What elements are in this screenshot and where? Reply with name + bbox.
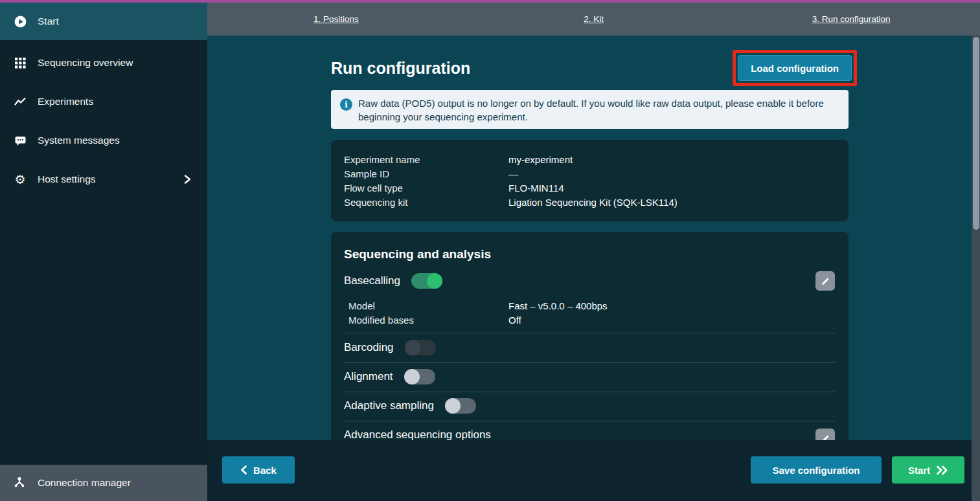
double-chevron-right-icon: [936, 465, 948, 475]
sidebar-item-label: Connection manager: [38, 477, 131, 489]
basecalling-detail-row: Modified basesOff: [348, 313, 836, 328]
detail-label: Sequencing kit: [344, 195, 508, 210]
sidebar-item-sequencing-overview[interactable]: Sequencing overview: [0, 47, 207, 78]
sidebar-item-label: Start: [38, 16, 59, 27]
sidebar: Start Sequencing overview Experiments: [0, 3, 207, 501]
minknow-app: 1. Positions 2. Kit 3. Run configuration…: [0, 0, 980, 501]
divider: [344, 333, 836, 333]
scrollbar-track[interactable]: [972, 36, 980, 501]
chevron-right-icon: [183, 174, 192, 187]
toggle-knob: [404, 369, 420, 384]
stepper-header: 1. Positions 2. Kit 3. Run configuration: [207, 3, 980, 36]
divider: [344, 421, 836, 421]
load-configuration-button[interactable]: Load configuration: [738, 55, 852, 81]
sequencing-panel-title: Sequencing and analysis: [344, 247, 491, 262]
sidebar-item-start[interactable]: Start: [0, 3, 207, 40]
save-configuration-button[interactable]: Save configuration: [751, 456, 882, 484]
basecalling-row: Basecalling: [344, 272, 442, 290]
detail-value: —: [508, 168, 518, 179]
alignment-toggle[interactable]: [404, 369, 435, 384]
sidebar-item-label: Host settings: [38, 173, 96, 185]
grid-icon: [14, 56, 27, 69]
detail-label: Modified bases: [348, 313, 508, 328]
adaptive-sampling-row: Adaptive sampling: [344, 397, 476, 415]
edit-basecalling-button[interactable]: [815, 271, 835, 291]
detail-row: Sample ID—: [344, 167, 836, 181]
detail-value: Ligation Sequencing Kit (SQK-LSK114): [508, 197, 678, 208]
detail-row: Experiment namemy-experiment: [344, 153, 836, 167]
basecalling-detail-row: ModelFast – v5.0.0 – 400bps: [348, 299, 836, 313]
top-accent-bar: [0, 0, 980, 3]
step-link-positions[interactable]: 1. Positions: [313, 14, 359, 24]
sidebar-item-host-settings[interactable]: ⚙ Host settings: [0, 164, 207, 195]
barcoding-label: Barcoding: [344, 341, 394, 354]
chart-line-icon: [14, 95, 27, 108]
adaptive-sampling-toggle[interactable]: [445, 398, 476, 414]
toggle-knob: [427, 273, 442, 289]
info-banner-text: Raw data (POD5) output is no longer on b…: [358, 96, 839, 122]
detail-value: my-experiment: [508, 154, 573, 165]
back-button[interactable]: Back: [222, 456, 295, 484]
barcoding-toggle[interactable]: [405, 340, 436, 355]
detail-row: Flow cell typeFLO-MIN114: [344, 181, 836, 195]
sidebar-item-experiments[interactable]: Experiments: [0, 86, 207, 117]
divider: [344, 362, 836, 363]
detail-value: Fast – v5.0.0 – 400bps: [508, 300, 608, 311]
info-icon: i: [340, 98, 352, 111]
start-button[interactable]: Start: [892, 456, 964, 484]
barcoding-row: Barcoding: [344, 339, 436, 357]
main-content: Run configuration Load configuration i R…: [207, 36, 972, 440]
basecalling-toggle[interactable]: [411, 273, 442, 289]
message-icon: [14, 134, 27, 147]
step-link-kit[interactable]: 2. Kit: [584, 14, 604, 24]
gear-icon: ⚙: [14, 173, 27, 186]
detail-label: Model: [348, 299, 508, 313]
step-link-run-configuration[interactable]: 3. Run configuration: [812, 14, 891, 24]
pencil-icon: [821, 434, 830, 441]
sidebar-item-label: Experiments: [38, 96, 93, 107]
detail-label: Flow cell type: [344, 181, 508, 195]
advanced-options-label: Advanced sequencing options: [344, 429, 491, 440]
experiment-details-panel: Experiment namemy-experiment Sample ID— …: [331, 140, 849, 221]
adaptive-sampling-label: Adaptive sampling: [344, 399, 434, 412]
sidebar-item-label: System messages: [38, 135, 120, 146]
click-highlight-box: Load configuration: [733, 50, 857, 86]
play-circle-icon: [14, 15, 27, 28]
page-title: Run configuration: [331, 59, 470, 78]
sidebar-item-label: Sequencing overview: [38, 57, 133, 69]
divider: [344, 392, 836, 392]
footer-bar: Back Save configuration Start: [207, 440, 972, 501]
detail-label: Sample ID: [344, 167, 508, 181]
toggle-knob: [405, 340, 420, 355]
toggle-knob: [445, 398, 461, 414]
detail-value: FLO-MIN114: [508, 183, 564, 194]
step-cell-kit: 2. Kit: [465, 3, 723, 36]
scrollbar-thumb[interactable]: [973, 37, 979, 230]
detail-row: Sequencing kitLigation Sequencing Kit (S…: [344, 195, 836, 210]
start-button-label: Start: [908, 465, 930, 476]
detail-value: Off: [508, 315, 521, 326]
info-banner: i Raw data (POD5) output is no longer on…: [331, 90, 849, 129]
edit-advanced-options-button[interactable]: [815, 429, 835, 440]
advanced-options-row: Advanced sequencing options: [344, 426, 491, 440]
title-row: Run configuration Load configuration: [331, 49, 849, 87]
pencil-icon: [821, 276, 830, 286]
step-cell-positions: 1. Positions: [207, 3, 465, 36]
alignment-label: Alignment: [344, 370, 393, 383]
detail-label: Experiment name: [344, 153, 508, 167]
chevron-left-icon: [240, 465, 247, 475]
sidebar-item-connection-manager[interactable]: Connection manager: [0, 465, 207, 501]
back-button-label: Back: [253, 465, 277, 476]
alignment-row: Alignment: [344, 368, 435, 386]
step-cell-run-configuration: 3. Run configuration: [722, 3, 980, 36]
sequencing-analysis-panel: Sequencing and analysis Basecalling Mode…: [331, 232, 849, 440]
network-icon: [14, 476, 27, 489]
sidebar-item-system-messages[interactable]: System messages: [0, 125, 207, 156]
basecalling-label: Basecalling: [344, 274, 400, 287]
